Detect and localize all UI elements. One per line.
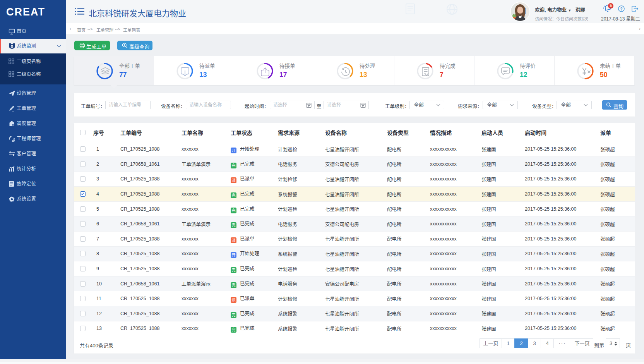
- svg-text:?: ?: [620, 7, 622, 11]
